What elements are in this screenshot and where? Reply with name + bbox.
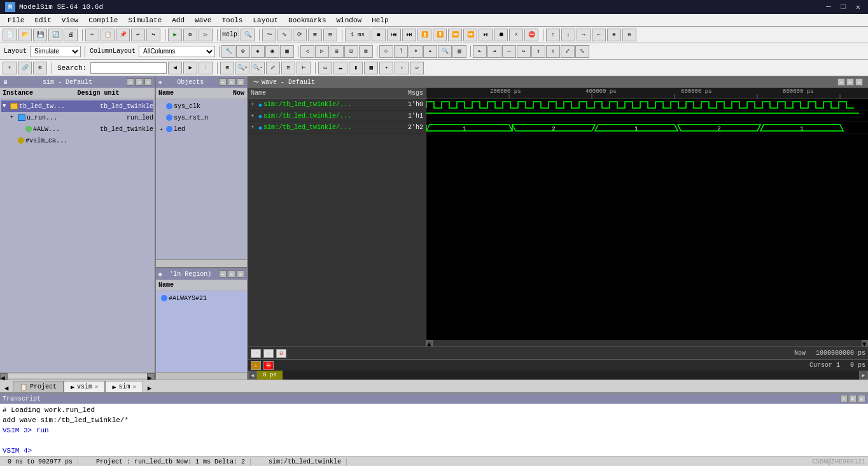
open-btn[interactable]: 📂 xyxy=(18,29,32,41)
tree-item-alw[interactable]: #ALW... tb_led_twinkle xyxy=(1,123,153,135)
layout-btn4[interactable]: ◉ xyxy=(265,45,279,58)
inregion-always21[interactable]: #ALWAYS#21 xyxy=(157,292,246,304)
cursor-btn4[interactable]: ✦ xyxy=(423,45,437,58)
paste-btn[interactable]: 📌 xyxy=(116,29,130,41)
menu-tools[interactable]: Tools xyxy=(216,14,248,26)
wave-goto[interactable]: ⊡ xyxy=(281,62,295,74)
sim-ctrla[interactable]: ⚡ xyxy=(509,29,523,41)
wave-vscroll-up[interactable]: ▲ xyxy=(426,340,433,346)
layout-btn5[interactable]: ▦ xyxy=(280,45,294,58)
maximize-button[interactable]: □ xyxy=(839,3,848,12)
cursor-btn5[interactable]: 🔍 xyxy=(438,45,452,58)
inregion-close[interactable]: ✕ xyxy=(237,270,244,278)
run-btn[interactable]: ▶ xyxy=(168,29,182,41)
sim-ctrl1[interactable]: ◼ xyxy=(372,29,386,41)
zoom-btn1[interactable]: ⇤ xyxy=(473,45,487,58)
wave-status-btn1[interactable]: ⟳ xyxy=(251,349,261,358)
wave-status-btn2[interactable]: ⊞ xyxy=(263,349,274,358)
objects-hscroll[interactable] xyxy=(156,259,247,267)
sim-ctrlb[interactable]: ⛔ xyxy=(524,29,538,41)
zoom-btn4[interactable]: ⇔ xyxy=(517,45,531,58)
objects-add[interactable]: + xyxy=(219,78,227,86)
wave-btn4[interactable]: ⊞ xyxy=(308,29,322,41)
transcript-close[interactable]: ✕ xyxy=(858,395,865,402)
cursor-btn2[interactable]: ⊺ xyxy=(394,45,408,58)
sim-hscroll[interactable]: ◀ ▶ xyxy=(0,372,155,380)
obj-sysrstn[interactable]: sys_rst_n xyxy=(157,112,246,123)
zoom-btn6[interactable]: ⇳ xyxy=(546,45,560,58)
sim-btn[interactable]: ▷ xyxy=(199,29,213,41)
sim-scroll-left[interactable]: ◀ xyxy=(0,373,8,380)
compile-btn[interactable]: ⚙ xyxy=(183,29,197,41)
link-btn[interactable]: 🔗 xyxy=(18,62,32,74)
nav-btn5[interactable]: ⊠ xyxy=(359,45,373,58)
inregion-menu[interactable]: ≡ xyxy=(228,270,235,278)
sim-ctrl9[interactable]: ⏺ xyxy=(494,29,508,41)
wave-hscroll-left[interactable]: ◀ xyxy=(248,371,257,380)
wave-sig-row-1[interactable]: + ◆ sim:/tb_led_twinkle/... 1'h1 xyxy=(248,111,426,122)
close-button[interactable]: ✕ xyxy=(853,3,863,12)
wave-zoom-full[interactable]: ⊞ xyxy=(220,62,234,74)
add-wave-btn[interactable]: + xyxy=(3,62,17,74)
objects-menu[interactable]: ≡ xyxy=(228,78,235,86)
cursor-btn3[interactable]: ⌖ xyxy=(409,45,423,58)
sim-ctrl5[interactable]: ⏬ xyxy=(433,29,447,41)
layout-select[interactable]: Simulate xyxy=(30,46,81,57)
tabs-nav-right[interactable]: ▶ xyxy=(143,384,156,392)
layout-btn2[interactable]: ⚙ xyxy=(236,45,250,58)
extra2[interactable]: ↓ xyxy=(561,29,575,41)
wavetools-btn[interactable]: ⚙ xyxy=(33,62,47,74)
redo-btn[interactable]: ↪ xyxy=(146,29,160,41)
tab-sim-close[interactable]: ✕ xyxy=(133,383,136,390)
wave-zoom-in[interactable]: 🔍+ xyxy=(235,62,249,74)
extra1[interactable]: ↑ xyxy=(546,29,560,41)
zoom-btn3[interactable]: ↔ xyxy=(502,45,516,58)
cursor-btn1[interactable]: ⊹ xyxy=(379,45,393,58)
search-next-btn[interactable]: ▶ xyxy=(183,62,197,74)
menu-file[interactable]: File xyxy=(3,14,29,26)
wave-cursor-btn1[interactable]: ⚓ xyxy=(251,361,261,370)
obj-led[interactable]: + led xyxy=(157,123,246,135)
undo-btn[interactable]: ↩ xyxy=(131,29,145,41)
sim-panel-close[interactable]: ✕ xyxy=(144,78,152,86)
wave-hscroll[interactable]: ◀ 0 ps ▶ xyxy=(248,371,868,380)
wave-shape7[interactable]: ▱ xyxy=(410,62,424,74)
wave-hscroll-right[interactable]: ▶ xyxy=(859,371,868,380)
sim-ctrl7[interactable]: ⏩ xyxy=(463,29,477,41)
tree-item-vsim[interactable]: #vsim_ca... xyxy=(1,135,153,146)
nav-btn4[interactable]: ⊡ xyxy=(344,45,358,58)
wave-vscroll[interactable]: ▲ ▼ xyxy=(426,340,868,346)
new-btn[interactable]: 📄 xyxy=(3,29,17,41)
extra4[interactable]: ← xyxy=(592,29,606,41)
menu-help[interactable]: Help xyxy=(367,14,393,26)
wave-vscroll-down[interactable]: ▼ xyxy=(862,340,868,346)
tab-project[interactable]: 📋 Project xyxy=(13,381,64,392)
wave-status-btn3[interactable]: ⊟ xyxy=(276,349,286,358)
menu-add[interactable]: Add xyxy=(167,14,190,26)
tab-vsim[interactable]: ▶ vsim ✕ xyxy=(64,381,105,392)
wave-btn3[interactable]: ⟳ xyxy=(293,29,307,41)
transcript-menu[interactable]: ≡ xyxy=(849,395,857,402)
search2-btn[interactable]: 🔍 xyxy=(241,29,255,41)
wave-sig-row-2[interactable]: + ◆ sim:/tb_led_twinkle/... 2'h2 xyxy=(248,122,426,134)
wave-zoom-out[interactable]: 🔍- xyxy=(251,62,265,74)
search-input[interactable] xyxy=(90,62,167,74)
zoom-btn7[interactable]: ⤢ xyxy=(561,45,575,58)
obj-sysclk[interactable]: sys_clk xyxy=(157,100,246,112)
column-layout-select[interactable]: AllColumns xyxy=(139,46,215,57)
wave-sig-row-0[interactable]: + ◆ sim:/tb_led_twinkle/... 1'h0 xyxy=(248,99,426,111)
zoom-btn2[interactable]: ⇥ xyxy=(487,45,501,58)
inregion-hscroll[interactable] xyxy=(156,372,247,380)
help-btn[interactable]: Help xyxy=(220,29,239,41)
menu-edit[interactable]: Edit xyxy=(29,14,56,26)
objects-close[interactable]: ✕ xyxy=(237,78,244,86)
menu-view[interactable]: View xyxy=(57,14,83,26)
time-input[interactable]: 1 ms xyxy=(345,29,370,41)
wave-shape6[interactable]: ▫ xyxy=(395,62,409,74)
wave-vscroll-track[interactable] xyxy=(433,340,862,346)
wave-btn5[interactable]: ⊟ xyxy=(323,29,337,41)
sim-scroll-track[interactable] xyxy=(8,374,147,378)
wave-menu[interactable]: ≡ xyxy=(846,78,854,86)
wave-fit[interactable]: ⤢ xyxy=(266,62,280,74)
tab-sim[interactable]: ▶ sim ✕ xyxy=(105,381,143,392)
